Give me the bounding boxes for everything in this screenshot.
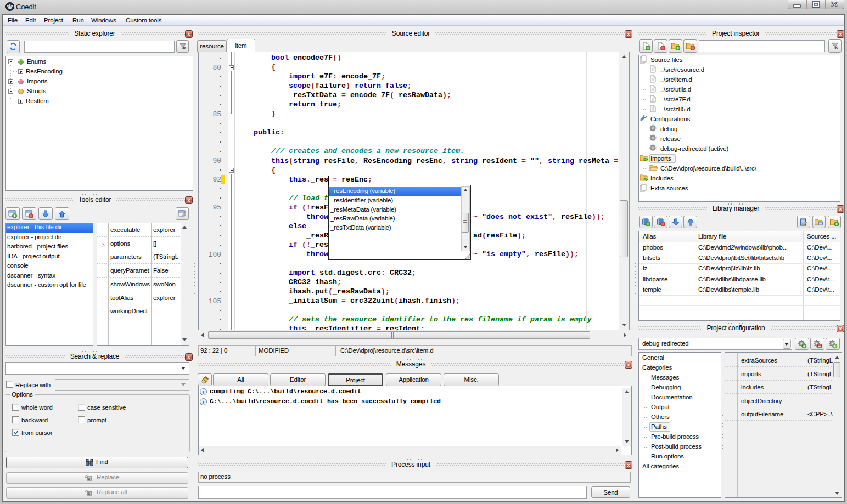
svg-text:a: a [88, 477, 90, 480]
svg-text:a: a [88, 491, 90, 495]
